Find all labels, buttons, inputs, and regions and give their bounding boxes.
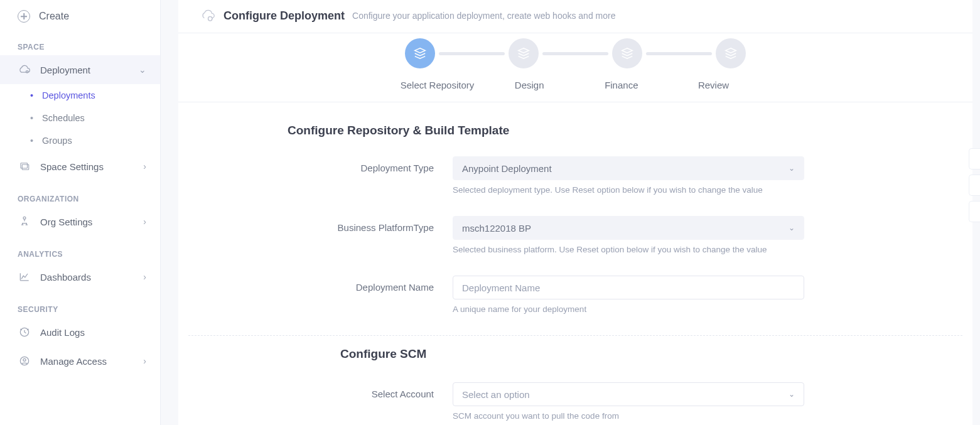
step-label-2: Design [492,80,567,90]
panel-header: Configure Deployment Configure your appl… [178,0,972,33]
select-placeholder: Select an option [462,389,530,400]
audit-icon [18,325,31,339]
sidebar-item-space-settings[interactable]: Space Settings › [0,152,160,181]
side-action-2[interactable] [969,175,980,196]
svg-rect-1 [21,163,28,168]
side-action-3[interactable] [969,201,980,222]
sidebar-item-label: Deployment [40,65,90,75]
stepper: Select Repository Design Finance Review [178,33,972,102]
section-header-space: SPACE [0,29,160,55]
sidebar-item-label: Org Settings [40,217,92,227]
sidebar: Create SPACE Deployment ⌄ Deployments Sc… [0,0,161,425]
help-deployment-name: A unique name for your deployment [453,304,804,314]
cloud-config-icon [200,9,216,23]
sidebar-item-label: Dashboards [40,272,91,282]
plus-icon [18,10,30,23]
create-button[interactable]: Create [0,4,160,29]
input-deployment-name[interactable] [462,276,795,299]
content-panel: Configure Deployment Configure your appl… [178,0,972,425]
sidebar-item-label: Space Settings [40,161,104,172]
sidebar-subitem-groups[interactable]: Groups [0,129,160,152]
chevron-right-icon: › [143,272,146,282]
label-deployment-name: Deployment Name [178,276,453,330]
help-deployment-type: Selected deployment type. Use Reset opti… [453,185,804,195]
divider [188,335,962,336]
chevron-right-icon: › [143,217,146,227]
select-deployment-type[interactable]: Anypoint Deployment ⌄ [453,156,804,180]
section-header-organization: ORGANIZATION [0,181,160,207]
stack-icon [724,46,738,60]
select-account[interactable]: Select an option ⌄ [453,382,804,406]
step-circle-3[interactable] [612,38,642,68]
chevron-right-icon: › [143,356,146,366]
chevron-down-icon: ⌄ [789,390,795,399]
step-label-1: Select Repository [400,80,475,90]
step-circle-2[interactable] [509,38,539,68]
section-title-scm: Configure SCM [340,347,972,361]
section-header-analytics: ANALYTICS [0,236,160,262]
chevron-down-icon: ⌄ [139,65,146,75]
label-deployment-type: Deployment Type [178,156,453,211]
step-circle-4[interactable] [716,38,746,68]
sidebar-item-org-settings[interactable]: Org Settings › [0,207,160,236]
sidebar-item-label: Audit Logs [40,327,85,338]
select-value: msch122018 BP [462,223,531,234]
svg-point-6 [23,358,26,361]
label-select-account: Select Account [178,382,453,425]
sidebar-item-manage-access[interactable]: Manage Access › [0,347,160,375]
page-subtitle: Configure your application deployment, c… [352,11,615,21]
cloud-icon [18,63,31,77]
step-label-3: Finance [584,80,659,90]
chevron-down-icon: ⌄ [789,223,795,232]
sidebar-item-audit-logs[interactable]: Audit Logs [0,318,160,347]
sidebar-item-deployment[interactable]: Deployment ⌄ [0,55,160,84]
sidebar-item-label: Manage Access [40,356,107,367]
sidebar-subitem-deployments[interactable]: Deployments [0,84,160,107]
step-label-4: Review [676,80,751,90]
page-title: Configure Deployment [223,9,345,23]
help-business-platform: Selected business platform. Use Reset op… [453,245,804,254]
svg-point-0 [26,71,28,73]
side-action-1[interactable] [969,148,980,169]
layers-icon [18,159,31,173]
select-value: Anypoint Deployment [462,163,552,174]
step-circle-1[interactable] [405,38,435,68]
sidebar-subitem-schedules[interactable]: Schedules [0,107,160,129]
input-deployment-name-wrap [453,276,804,299]
right-action-stubs [969,148,980,222]
form-content: Configure Repository & Build Template De… [178,102,972,425]
section-title-repo: Configure Repository & Build Template [288,124,972,137]
org-icon [18,215,31,229]
svg-rect-2 [22,164,29,169]
chevron-down-icon: ⌄ [789,164,795,173]
stack-icon [413,46,427,60]
svg-point-3 [23,217,26,219]
create-label: Create [39,11,69,22]
label-business-platform: Business PlatformType [178,216,453,271]
help-select-account: SCM account you want to pull the code fr… [453,411,804,421]
chart-icon [18,270,31,284]
chevron-right-icon: › [143,161,146,171]
access-icon [18,354,31,368]
select-business-platform[interactable]: msch122018 BP ⌄ [453,216,804,240]
stack-icon [620,46,634,60]
section-header-security: SECURITY [0,291,160,318]
stack-icon [517,46,530,60]
sidebar-item-dashboards[interactable]: Dashboards › [0,262,160,291]
